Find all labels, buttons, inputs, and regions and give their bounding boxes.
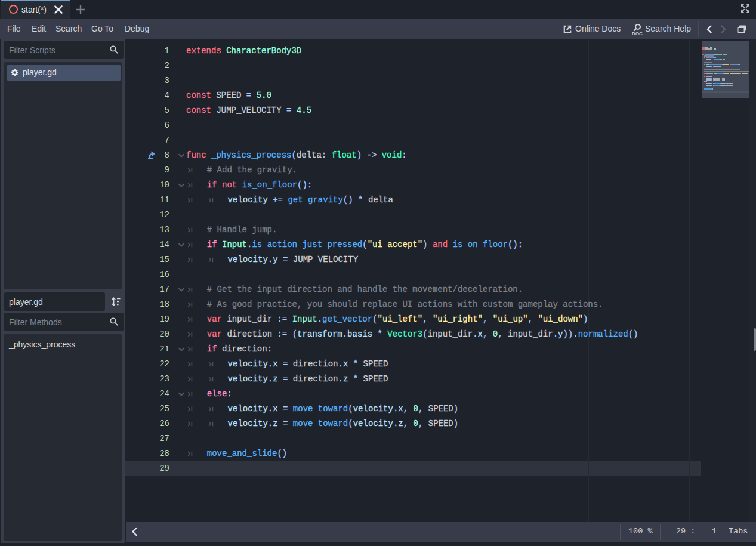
svg-text:DOC: DOC (632, 31, 643, 36)
